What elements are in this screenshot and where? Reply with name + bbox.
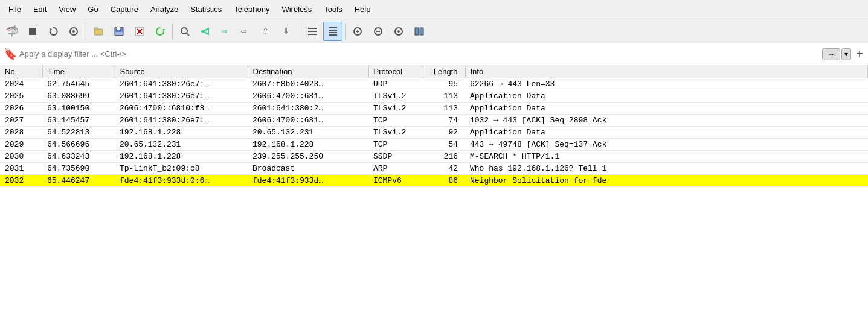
- cell-info: 1032 → 443 [ACK] Seq=2898 Ack: [465, 115, 868, 127]
- col-header-destination[interactable]: Destination: [248, 65, 368, 78]
- open-button[interactable]: [89, 22, 108, 41]
- cell-length: 113: [423, 90, 465, 103]
- zoom-out-button[interactable]: [368, 22, 388, 41]
- cell-info: Neighbor Solicitation for fde: [465, 175, 868, 187]
- menu-view[interactable]: View: [53, 2, 82, 16]
- cell-destination: 2607:f8b0:4023…: [248, 78, 368, 90]
- col-header-source[interactable]: Source: [115, 65, 248, 78]
- colorize-button[interactable]: [303, 22, 322, 41]
- table-row[interactable]: 202964.56669620.65.132.231192.168.1.228T…: [0, 139, 868, 151]
- col-header-no[interactable]: No.: [0, 65, 42, 78]
- zoom-normal-button[interactable]: [389, 22, 408, 41]
- restart-button[interactable]: [43, 22, 63, 41]
- menu-tools[interactable]: Tools: [318, 2, 348, 16]
- first-packet-button[interactable]: ⇧: [257, 22, 277, 41]
- cell-length: 92: [423, 127, 465, 139]
- filter-apply-button[interactable]: →: [822, 48, 840, 60]
- menu-wireless[interactable]: Wireless: [275, 2, 318, 16]
- cell-protocol: UDP: [368, 78, 423, 90]
- autoscroll-button[interactable]: [323, 22, 342, 41]
- find-button[interactable]: [175, 22, 194, 41]
- back-button[interactable]: ⇐: [196, 22, 215, 41]
- svg-rect-37: [420, 28, 423, 35]
- svg-text:⇐: ⇐: [201, 27, 207, 36]
- menu-edit[interactable]: Edit: [27, 2, 53, 16]
- cell-length: 216: [423, 151, 465, 163]
- svg-marker-12: [162, 29, 165, 31]
- menu-help[interactable]: Help: [349, 2, 377, 16]
- svg-rect-23: [308, 31, 317, 32]
- cell-destination: 2601:641:380:2…: [248, 103, 368, 115]
- table-row[interactable]: 203265.446247fde4:41f3:933d:0:6…fde4:41f…: [0, 175, 868, 187]
- cell-time: 64.566696: [42, 139, 115, 151]
- cell-no: 2027: [0, 115, 42, 127]
- cell-source: 2601:641:380:26e7:…: [115, 78, 248, 90]
- shark-button[interactable]: 🦈: [2, 22, 22, 41]
- menu-go[interactable]: Go: [82, 2, 104, 16]
- resize-columns-button[interactable]: [410, 22, 429, 41]
- menubar: File Edit View Go Capture Analyze Statis…: [0, 0, 868, 19]
- menu-analyze[interactable]: Analyze: [144, 2, 184, 16]
- cell-source: Tp-LinkT_b2:09:c8: [115, 163, 248, 175]
- stop-button[interactable]: [23, 22, 42, 41]
- filter-dropdown-button[interactable]: ▾: [841, 48, 851, 60]
- svg-rect-27: [329, 32, 337, 33]
- save-button[interactable]: [109, 22, 129, 41]
- options-button[interactable]: [64, 22, 83, 41]
- table-row[interactable]: 203064.633243192.168.1.228239.255.255.25…: [0, 151, 868, 163]
- col-header-info[interactable]: Info: [465, 65, 868, 78]
- menu-file[interactable]: File: [2, 2, 27, 16]
- cell-no: 2026: [0, 103, 42, 115]
- menu-statistics[interactable]: Statistics: [184, 2, 228, 16]
- svg-rect-26: [329, 30, 337, 31]
- col-header-protocol[interactable]: Protocol: [368, 65, 423, 78]
- last-packet-button[interactable]: ⇩: [278, 22, 297, 41]
- cell-protocol: ICMPv6: [368, 175, 423, 187]
- table-row[interactable]: 202563.0886992601:641:380:26e7:…2606:470…: [0, 90, 868, 103]
- cell-no: 2028: [0, 127, 42, 139]
- cell-destination: 20.65.132.231: [248, 127, 368, 139]
- cell-destination: 192.168.1.228: [248, 139, 368, 151]
- svg-rect-25: [329, 27, 337, 28]
- cell-info: 443 → 49748 [ACK] Seq=137 Ack: [465, 139, 868, 151]
- cell-length: 74: [423, 115, 465, 127]
- cell-no: 2025: [0, 90, 42, 103]
- cell-time: 64.735690: [42, 163, 115, 175]
- menu-telephony[interactable]: Telephony: [228, 2, 275, 16]
- filter-input[interactable]: [19, 49, 822, 59]
- svg-rect-7: [117, 27, 120, 30]
- cell-protocol: TLSv1.2: [368, 127, 423, 139]
- svg-rect-8: [115, 32, 123, 35]
- cell-info: 62266 → 443 Len=33: [465, 78, 868, 90]
- svg-point-13: [181, 28, 187, 34]
- svg-line-14: [187, 33, 189, 36]
- table-row[interactable]: 202763.1454572601:641:380:26e7:…2606:470…: [0, 115, 868, 127]
- cell-destination: fde4:41f3:933d…: [248, 175, 368, 187]
- toolbar: 🦈: [0, 19, 868, 43]
- zoom-in-button[interactable]: [348, 22, 367, 41]
- svg-text:⇧: ⇧: [262, 27, 269, 36]
- filter-add-button[interactable]: +: [854, 47, 866, 61]
- svg-point-35: [397, 30, 400, 33]
- table-row[interactable]: 203164.735690Tp-LinkT_b2:09:c8BroadcastA…: [0, 163, 868, 175]
- cell-no: 2030: [0, 151, 42, 163]
- table-row[interactable]: 202663.1001502606:4700::6810:f8…2601:641…: [0, 103, 868, 115]
- separator-1: [86, 23, 86, 40]
- close-file-button[interactable]: [130, 22, 149, 41]
- cell-source: 2601:641:380:26e7:…: [115, 90, 248, 103]
- forward-button[interactable]: ⇒: [216, 22, 236, 41]
- filterbar: 🔖 → ▾ +: [0, 43, 868, 65]
- reload-button[interactable]: [150, 22, 170, 41]
- separator-4: [345, 23, 346, 40]
- cell-protocol: TCP: [368, 115, 423, 127]
- goto-button[interactable]: ⇨: [237, 22, 256, 41]
- cell-protocol: SSDP: [368, 151, 423, 163]
- menu-capture[interactable]: Capture: [104, 2, 144, 16]
- cell-source: 20.65.132.231: [115, 139, 248, 151]
- cell-time: 63.145457: [42, 115, 115, 127]
- col-header-length[interactable]: Length: [423, 65, 465, 78]
- cell-protocol: TCP: [368, 139, 423, 151]
- table-row[interactable]: 202864.522813192.168.1.22820.65.132.231T…: [0, 127, 868, 139]
- col-header-time[interactable]: Time: [42, 65, 115, 78]
- table-row[interactable]: 202462.7546452601:641:380:26e7:…2607:f8b…: [0, 78, 868, 90]
